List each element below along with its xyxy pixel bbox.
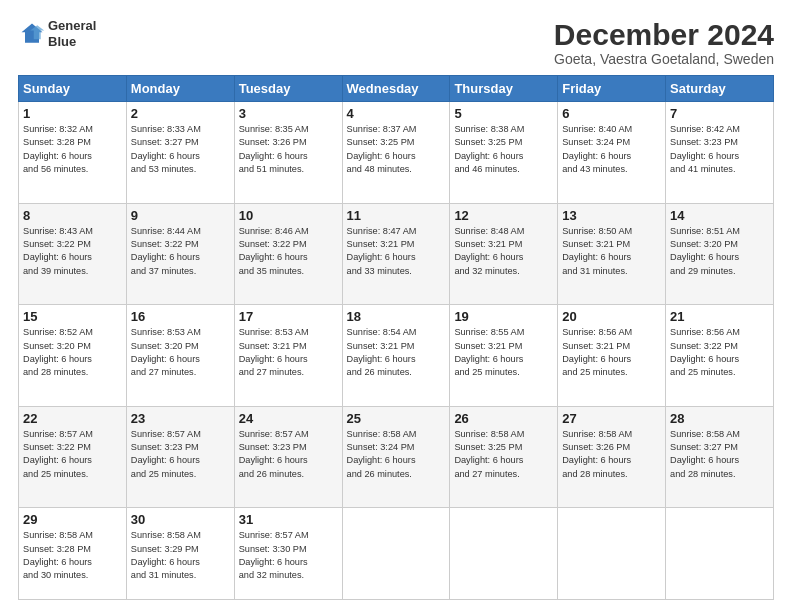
day-number: 18 xyxy=(347,309,446,324)
day-number: 29 xyxy=(23,512,122,527)
day-info: Sunrise: 8:58 AMSunset: 3:29 PMDaylight:… xyxy=(131,529,230,582)
calendar-cell: 10Sunrise: 8:46 AMSunset: 3:22 PMDayligh… xyxy=(234,203,342,305)
calendar-cell: 17Sunrise: 8:53 AMSunset: 3:21 PMDayligh… xyxy=(234,305,342,407)
calendar-cell: 13Sunrise: 8:50 AMSunset: 3:21 PMDayligh… xyxy=(558,203,666,305)
calendar-cell: 7Sunrise: 8:42 AMSunset: 3:23 PMDaylight… xyxy=(666,102,774,204)
day-info: Sunrise: 8:44 AMSunset: 3:22 PMDaylight:… xyxy=(131,225,230,278)
day-info: Sunrise: 8:32 AMSunset: 3:28 PMDaylight:… xyxy=(23,123,122,176)
calendar-cell: 28Sunrise: 8:58 AMSunset: 3:27 PMDayligh… xyxy=(666,406,774,508)
day-info: Sunrise: 8:58 AMSunset: 3:24 PMDaylight:… xyxy=(347,428,446,481)
day-info: Sunrise: 8:54 AMSunset: 3:21 PMDaylight:… xyxy=(347,326,446,379)
day-info: Sunrise: 8:43 AMSunset: 3:22 PMDaylight:… xyxy=(23,225,122,278)
calendar-cell: 27Sunrise: 8:58 AMSunset: 3:26 PMDayligh… xyxy=(558,406,666,508)
calendar-cell: 9Sunrise: 8:44 AMSunset: 3:22 PMDaylight… xyxy=(126,203,234,305)
calendar-cell: 14Sunrise: 8:51 AMSunset: 3:20 PMDayligh… xyxy=(666,203,774,305)
calendar-cell: 21Sunrise: 8:56 AMSunset: 3:22 PMDayligh… xyxy=(666,305,774,407)
logo: General Blue xyxy=(18,18,96,49)
day-number: 24 xyxy=(239,411,338,426)
calendar-cell xyxy=(450,508,558,600)
day-info: Sunrise: 8:50 AMSunset: 3:21 PMDaylight:… xyxy=(562,225,661,278)
page: General Blue December 2024 Goeta, Vaestr… xyxy=(0,0,792,612)
calendar-cell: 11Sunrise: 8:47 AMSunset: 3:21 PMDayligh… xyxy=(342,203,450,305)
day-info: Sunrise: 8:58 AMSunset: 3:25 PMDaylight:… xyxy=(454,428,553,481)
day-info: Sunrise: 8:55 AMSunset: 3:21 PMDaylight:… xyxy=(454,326,553,379)
calendar-cell: 25Sunrise: 8:58 AMSunset: 3:24 PMDayligh… xyxy=(342,406,450,508)
day-number: 6 xyxy=(562,106,661,121)
calendar-cell: 30Sunrise: 8:58 AMSunset: 3:29 PMDayligh… xyxy=(126,508,234,600)
calendar-cell: 31Sunrise: 8:57 AMSunset: 3:30 PMDayligh… xyxy=(234,508,342,600)
calendar-cell: 20Sunrise: 8:56 AMSunset: 3:21 PMDayligh… xyxy=(558,305,666,407)
title-block: December 2024 Goeta, Vaestra Goetaland, … xyxy=(554,18,774,67)
day-number: 20 xyxy=(562,309,661,324)
calendar-cell: 2Sunrise: 8:33 AMSunset: 3:27 PMDaylight… xyxy=(126,102,234,204)
day-info: Sunrise: 8:57 AMSunset: 3:23 PMDaylight:… xyxy=(239,428,338,481)
day-number: 21 xyxy=(670,309,769,324)
logo-text: General Blue xyxy=(48,18,96,49)
day-number: 13 xyxy=(562,208,661,223)
calendar: SundayMondayTuesdayWednesdayThursdayFrid… xyxy=(18,75,774,600)
day-number: 25 xyxy=(347,411,446,426)
day-info: Sunrise: 8:57 AMSunset: 3:23 PMDaylight:… xyxy=(131,428,230,481)
calendar-cell: 22Sunrise: 8:57 AMSunset: 3:22 PMDayligh… xyxy=(19,406,127,508)
day-number: 15 xyxy=(23,309,122,324)
col-header-sunday: Sunday xyxy=(19,76,127,102)
day-info: Sunrise: 8:53 AMSunset: 3:20 PMDaylight:… xyxy=(131,326,230,379)
day-info: Sunrise: 8:47 AMSunset: 3:21 PMDaylight:… xyxy=(347,225,446,278)
col-header-monday: Monday xyxy=(126,76,234,102)
day-number: 7 xyxy=(670,106,769,121)
day-number: 28 xyxy=(670,411,769,426)
day-number: 23 xyxy=(131,411,230,426)
day-number: 10 xyxy=(239,208,338,223)
calendar-cell: 18Sunrise: 8:54 AMSunset: 3:21 PMDayligh… xyxy=(342,305,450,407)
day-number: 26 xyxy=(454,411,553,426)
calendar-cell: 26Sunrise: 8:58 AMSunset: 3:25 PMDayligh… xyxy=(450,406,558,508)
calendar-cell xyxy=(666,508,774,600)
calendar-cell: 19Sunrise: 8:55 AMSunset: 3:21 PMDayligh… xyxy=(450,305,558,407)
day-number: 11 xyxy=(347,208,446,223)
day-number: 14 xyxy=(670,208,769,223)
day-number: 3 xyxy=(239,106,338,121)
calendar-cell: 6Sunrise: 8:40 AMSunset: 3:24 PMDaylight… xyxy=(558,102,666,204)
day-number: 30 xyxy=(131,512,230,527)
day-info: Sunrise: 8:58 AMSunset: 3:28 PMDaylight:… xyxy=(23,529,122,582)
day-number: 5 xyxy=(454,106,553,121)
day-number: 16 xyxy=(131,309,230,324)
day-info: Sunrise: 8:51 AMSunset: 3:20 PMDaylight:… xyxy=(670,225,769,278)
day-number: 8 xyxy=(23,208,122,223)
day-number: 17 xyxy=(239,309,338,324)
day-info: Sunrise: 8:56 AMSunset: 3:22 PMDaylight:… xyxy=(670,326,769,379)
day-number: 27 xyxy=(562,411,661,426)
day-number: 31 xyxy=(239,512,338,527)
col-header-saturday: Saturday xyxy=(666,76,774,102)
calendar-cell xyxy=(558,508,666,600)
col-header-friday: Friday xyxy=(558,76,666,102)
day-info: Sunrise: 8:46 AMSunset: 3:22 PMDaylight:… xyxy=(239,225,338,278)
calendar-cell: 3Sunrise: 8:35 AMSunset: 3:26 PMDaylight… xyxy=(234,102,342,204)
day-number: 22 xyxy=(23,411,122,426)
day-info: Sunrise: 8:48 AMSunset: 3:21 PMDaylight:… xyxy=(454,225,553,278)
calendar-cell: 1Sunrise: 8:32 AMSunset: 3:28 PMDaylight… xyxy=(19,102,127,204)
day-info: Sunrise: 8:58 AMSunset: 3:27 PMDaylight:… xyxy=(670,428,769,481)
calendar-cell: 16Sunrise: 8:53 AMSunset: 3:20 PMDayligh… xyxy=(126,305,234,407)
day-info: Sunrise: 8:33 AMSunset: 3:27 PMDaylight:… xyxy=(131,123,230,176)
day-info: Sunrise: 8:38 AMSunset: 3:25 PMDaylight:… xyxy=(454,123,553,176)
calendar-cell xyxy=(342,508,450,600)
calendar-cell: 24Sunrise: 8:57 AMSunset: 3:23 PMDayligh… xyxy=(234,406,342,508)
day-info: Sunrise: 8:58 AMSunset: 3:26 PMDaylight:… xyxy=(562,428,661,481)
col-header-wednesday: Wednesday xyxy=(342,76,450,102)
day-number: 19 xyxy=(454,309,553,324)
day-info: Sunrise: 8:42 AMSunset: 3:23 PMDaylight:… xyxy=(670,123,769,176)
day-info: Sunrise: 8:57 AMSunset: 3:22 PMDaylight:… xyxy=(23,428,122,481)
calendar-cell: 12Sunrise: 8:48 AMSunset: 3:21 PMDayligh… xyxy=(450,203,558,305)
logo-icon xyxy=(18,20,46,48)
day-info: Sunrise: 8:57 AMSunset: 3:30 PMDaylight:… xyxy=(239,529,338,582)
calendar-cell: 29Sunrise: 8:58 AMSunset: 3:28 PMDayligh… xyxy=(19,508,127,600)
day-number: 4 xyxy=(347,106,446,121)
day-info: Sunrise: 8:37 AMSunset: 3:25 PMDaylight:… xyxy=(347,123,446,176)
day-info: Sunrise: 8:53 AMSunset: 3:21 PMDaylight:… xyxy=(239,326,338,379)
subtitle: Goeta, Vaestra Goetaland, Sweden xyxy=(554,51,774,67)
header: General Blue December 2024 Goeta, Vaestr… xyxy=(18,18,774,67)
day-number: 12 xyxy=(454,208,553,223)
day-info: Sunrise: 8:56 AMSunset: 3:21 PMDaylight:… xyxy=(562,326,661,379)
calendar-cell: 23Sunrise: 8:57 AMSunset: 3:23 PMDayligh… xyxy=(126,406,234,508)
